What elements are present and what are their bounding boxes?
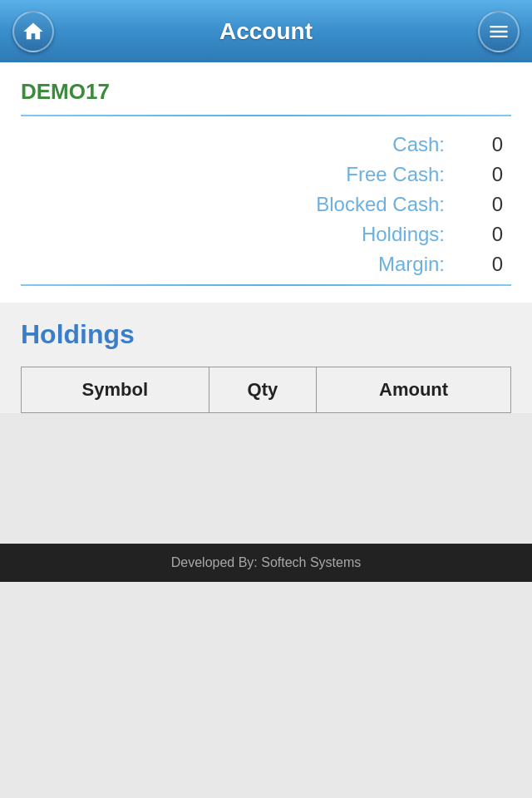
account-section: DEMO17 Cash: 0 Free Cash: 0 Blocked Cash…	[0, 62, 532, 303]
top-divider	[21, 115, 511, 116]
cash-row: Cash: 0	[29, 133, 503, 156]
holdings-title: Holdings	[21, 319, 511, 350]
holdings-label: Holdings:	[29, 223, 445, 246]
header: Account	[0, 0, 532, 62]
menu-icon	[487, 20, 510, 43]
cash-label: Cash:	[29, 133, 445, 156]
qty-column-header: Qty	[209, 367, 317, 413]
blocked-cash-value: 0	[461, 193, 503, 216]
blocked-cash-row: Blocked Cash: 0	[29, 193, 503, 216]
holdings-section: Holdings Symbol Qty Amount	[0, 303, 532, 413]
account-name: DEMO17	[21, 79, 511, 105]
free-cash-row: Free Cash: 0	[29, 163, 503, 186]
amount-column-header: Amount	[317, 367, 511, 413]
holdings-value: 0	[461, 223, 503, 246]
footer: Developed By: Softech Systems	[0, 544, 532, 582]
home-button[interactable]	[12, 11, 54, 52]
bottom-divider	[21, 284, 511, 286]
margin-label: Margin:	[29, 253, 445, 276]
footer-text: Developed By: Softech Systems	[171, 555, 362, 569]
account-info: Cash: 0 Free Cash: 0 Blocked Cash: 0 Hol…	[21, 133, 511, 276]
free-cash-value: 0	[461, 163, 503, 186]
symbol-column-header: Symbol	[22, 367, 209, 413]
blocked-cash-label: Blocked Cash:	[29, 193, 445, 216]
table-header-row: Symbol Qty Amount	[22, 367, 511, 413]
margin-row: Margin: 0	[29, 253, 503, 276]
home-icon	[22, 20, 45, 43]
holdings-row: Holdings: 0	[29, 223, 503, 246]
cash-value: 0	[461, 133, 503, 156]
margin-value: 0	[461, 253, 503, 276]
menu-button[interactable]	[478, 11, 520, 52]
holdings-table: Symbol Qty Amount	[21, 367, 511, 413]
free-cash-label: Free Cash:	[29, 163, 445, 186]
page-title: Account	[219, 18, 313, 45]
